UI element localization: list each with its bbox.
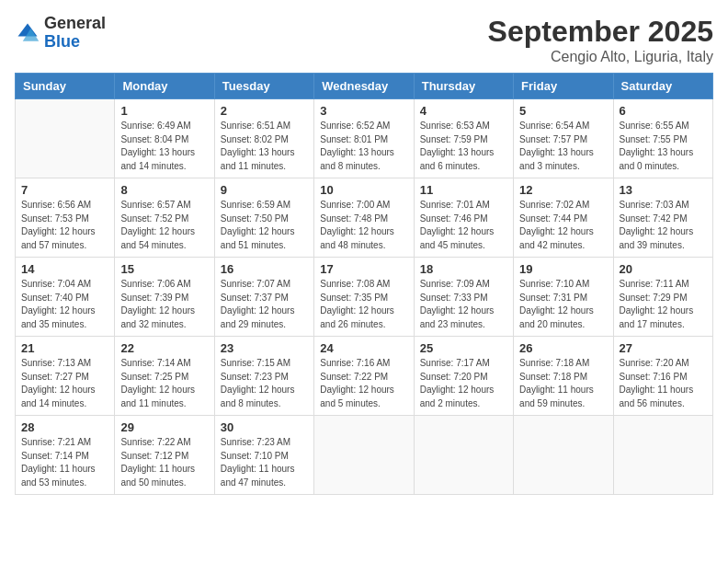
calendar-cell: 2Sunrise: 6:51 AMSunset: 8:02 PMDaylight… <box>214 99 313 178</box>
day-number: 16 <box>221 262 308 276</box>
day-number: 12 <box>519 183 607 197</box>
calendar-week-row: 14Sunrise: 7:04 AMSunset: 7:40 PMDayligh… <box>16 258 713 337</box>
calendar-week-row: 28Sunrise: 7:21 AMSunset: 7:14 PMDayligh… <box>16 416 713 495</box>
day-header-saturday: Saturday <box>613 74 712 99</box>
calendar-cell: 29Sunrise: 7:22 AMSunset: 7:12 PMDayligh… <box>115 416 214 495</box>
day-number: 29 <box>120 420 208 434</box>
day-number: 19 <box>519 262 607 276</box>
day-number: 2 <box>221 104 308 118</box>
calendar-cell: 30Sunrise: 7:23 AMSunset: 7:10 PMDayligh… <box>214 416 313 495</box>
day-info: Sunrise: 6:59 AMSunset: 7:50 PMDaylight:… <box>221 199 308 252</box>
day-number: 14 <box>21 262 108 276</box>
calendar-cell: 15Sunrise: 7:06 AMSunset: 7:39 PMDayligh… <box>115 258 214 337</box>
day-number: 21 <box>21 341 108 355</box>
calendar-cell: 28Sunrise: 7:21 AMSunset: 7:14 PMDayligh… <box>16 416 115 495</box>
day-info: Sunrise: 7:11 AMSunset: 7:29 PMDaylight:… <box>620 278 707 331</box>
day-info: Sunrise: 7:10 AMSunset: 7:31 PMDaylight:… <box>519 278 607 331</box>
day-info: Sunrise: 6:51 AMSunset: 8:02 PMDaylight:… <box>221 120 308 173</box>
calendar-week-row: 7Sunrise: 6:56 AMSunset: 7:53 PMDaylight… <box>16 178 713 258</box>
day-number: 3 <box>320 104 407 118</box>
calendar-cell <box>16 99 115 178</box>
calendar-cell: 3Sunrise: 6:52 AMSunset: 8:01 PMDaylight… <box>314 99 414 178</box>
calendar-cell: 22Sunrise: 7:14 AMSunset: 7:25 PMDayligh… <box>115 337 214 416</box>
day-number: 13 <box>620 183 707 197</box>
calendar-cell <box>613 416 712 495</box>
calendar-cell: 5Sunrise: 6:54 AMSunset: 7:57 PMDaylight… <box>514 99 613 178</box>
day-info: Sunrise: 6:53 AMSunset: 7:59 PMDaylight:… <box>420 120 507 173</box>
day-info: Sunrise: 7:13 AMSunset: 7:27 PMDaylight:… <box>21 357 108 410</box>
day-info: Sunrise: 7:08 AMSunset: 7:35 PMDaylight:… <box>320 278 407 331</box>
calendar-cell: 20Sunrise: 7:11 AMSunset: 7:29 PMDayligh… <box>613 258 712 337</box>
calendar-week-row: 21Sunrise: 7:13 AMSunset: 7:27 PMDayligh… <box>16 337 713 416</box>
calendar-cell: 23Sunrise: 7:15 AMSunset: 7:23 PMDayligh… <box>214 337 313 416</box>
day-number: 11 <box>420 183 507 197</box>
day-info: Sunrise: 6:57 AMSunset: 7:52 PMDaylight:… <box>120 199 208 252</box>
day-info: Sunrise: 6:55 AMSunset: 7:55 PMDaylight:… <box>620 120 707 173</box>
day-info: Sunrise: 7:15 AMSunset: 7:23 PMDaylight:… <box>221 357 308 410</box>
calendar-table: SundayMondayTuesdayWednesdayThursdayFrid… <box>15 73 713 495</box>
day-header-sunday: Sunday <box>16 74 115 99</box>
calendar-cell: 27Sunrise: 7:20 AMSunset: 7:16 PMDayligh… <box>613 337 712 416</box>
logo: General Blue <box>15 15 106 52</box>
day-header-monday: Monday <box>115 74 214 99</box>
logo-text: General Blue <box>44 15 106 52</box>
calendar-cell: 10Sunrise: 7:00 AMSunset: 7:48 PMDayligh… <box>314 178 414 258</box>
title-section: September 2025 Cengio Alto, Liguria, Ita… <box>488 15 713 65</box>
day-number: 9 <box>221 183 308 197</box>
day-number: 7 <box>21 183 108 197</box>
calendar-cell: 4Sunrise: 6:53 AMSunset: 7:59 PMDaylight… <box>414 99 513 178</box>
day-number: 30 <box>221 420 308 434</box>
day-info: Sunrise: 6:56 AMSunset: 7:53 PMDaylight:… <box>21 199 108 252</box>
day-number: 4 <box>420 104 507 118</box>
day-header-friday: Friday <box>514 74 613 99</box>
day-header-wednesday: Wednesday <box>314 74 414 99</box>
day-info: Sunrise: 6:52 AMSunset: 8:01 PMDaylight:… <box>320 120 407 173</box>
day-number: 17 <box>320 262 407 276</box>
calendar-cell: 14Sunrise: 7:04 AMSunset: 7:40 PMDayligh… <box>16 258 115 337</box>
calendar-cell: 19Sunrise: 7:10 AMSunset: 7:31 PMDayligh… <box>514 258 613 337</box>
day-number: 27 <box>620 341 707 355</box>
day-header-thursday: Thursday <box>414 74 513 99</box>
day-info: Sunrise: 6:54 AMSunset: 7:57 PMDaylight:… <box>519 120 607 173</box>
calendar-cell: 13Sunrise: 7:03 AMSunset: 7:42 PMDayligh… <box>613 178 712 258</box>
day-info: Sunrise: 7:21 AMSunset: 7:14 PMDaylight:… <box>21 436 108 489</box>
day-info: Sunrise: 7:22 AMSunset: 7:12 PMDaylight:… <box>120 436 208 489</box>
day-number: 5 <box>519 104 607 118</box>
day-info: Sunrise: 7:23 AMSunset: 7:10 PMDaylight:… <box>221 436 308 489</box>
calendar-subtitle: Cengio Alto, Liguria, Italy <box>488 49 713 65</box>
day-number: 18 <box>420 262 507 276</box>
day-info: Sunrise: 7:06 AMSunset: 7:39 PMDaylight:… <box>120 278 208 331</box>
day-number: 23 <box>221 341 308 355</box>
day-number: 22 <box>120 341 208 355</box>
day-number: 1 <box>120 104 208 118</box>
calendar-cell: 7Sunrise: 6:56 AMSunset: 7:53 PMDaylight… <box>16 178 115 258</box>
logo-icon <box>15 20 40 46</box>
calendar-week-row: 1Sunrise: 6:49 AMSunset: 8:04 PMDaylight… <box>16 99 713 178</box>
calendar-cell <box>314 416 414 495</box>
calendar-cell: 9Sunrise: 6:59 AMSunset: 7:50 PMDaylight… <box>214 178 313 258</box>
day-number: 24 <box>320 341 407 355</box>
day-info: Sunrise: 6:49 AMSunset: 8:04 PMDaylight:… <box>120 120 208 173</box>
day-info: Sunrise: 7:00 AMSunset: 7:48 PMDaylight:… <box>320 199 407 252</box>
calendar-cell: 26Sunrise: 7:18 AMSunset: 7:18 PMDayligh… <box>514 337 613 416</box>
logo-blue: Blue <box>44 33 106 52</box>
day-info: Sunrise: 7:01 AMSunset: 7:46 PMDaylight:… <box>420 199 507 252</box>
calendar-cell: 25Sunrise: 7:17 AMSunset: 7:20 PMDayligh… <box>414 337 513 416</box>
logo-general: General <box>44 15 106 33</box>
day-info: Sunrise: 7:17 AMSunset: 7:20 PMDaylight:… <box>420 357 507 410</box>
calendar-cell: 16Sunrise: 7:07 AMSunset: 7:37 PMDayligh… <box>214 258 313 337</box>
day-number: 26 <box>519 341 607 355</box>
calendar-cell: 17Sunrise: 7:08 AMSunset: 7:35 PMDayligh… <box>314 258 414 337</box>
day-number: 25 <box>420 341 507 355</box>
calendar-cell: 11Sunrise: 7:01 AMSunset: 7:46 PMDayligh… <box>414 178 513 258</box>
day-info: Sunrise: 7:18 AMSunset: 7:18 PMDaylight:… <box>519 357 607 410</box>
calendar-cell <box>514 416 613 495</box>
day-info: Sunrise: 7:07 AMSunset: 7:37 PMDaylight:… <box>221 278 308 331</box>
day-number: 6 <box>620 104 707 118</box>
day-number: 15 <box>120 262 208 276</box>
calendar-cell: 18Sunrise: 7:09 AMSunset: 7:33 PMDayligh… <box>414 258 513 337</box>
calendar-cell: 12Sunrise: 7:02 AMSunset: 7:44 PMDayligh… <box>514 178 613 258</box>
calendar-header-row: SundayMondayTuesdayWednesdayThursdayFrid… <box>16 74 713 99</box>
calendar-cell: 24Sunrise: 7:16 AMSunset: 7:22 PMDayligh… <box>314 337 414 416</box>
day-number: 8 <box>120 183 208 197</box>
